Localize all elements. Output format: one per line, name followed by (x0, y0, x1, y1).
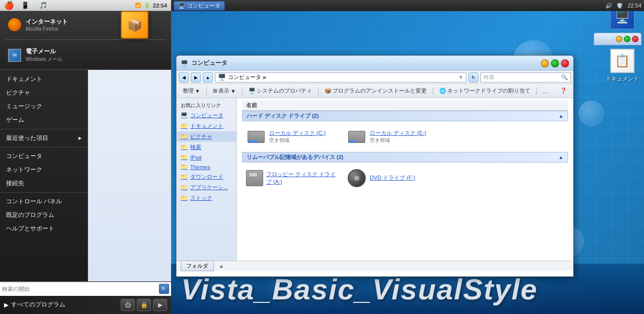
menu-item-default-programs[interactable]: 既定のプログラム (0, 208, 88, 222)
dvd-inner-ring (354, 176, 359, 181)
sidebar-link-documents[interactable]: 📁 ドキュメント (177, 121, 236, 131)
floppy-item[interactable]: フロッピー ティスク ドライブ (A:) (245, 168, 340, 188)
address-separator-icon: ▶ (263, 74, 267, 80)
power-row: ▶ すべてのプログラム ⏻ 🔒 ▶ (0, 296, 171, 314)
help-button[interactable]: ❓ (556, 87, 571, 95)
menu-item-network[interactable]: ネットワーク (0, 163, 88, 177)
taskbar-right-area: 🔊 🛡️ 22:54 (605, 3, 641, 9)
view-button[interactable]: ⊞ 表示 ▼ (209, 86, 240, 96)
floppy-body (246, 170, 263, 186)
app-item-mail[interactable]: ✉ 電子メール Windows メール (5, 46, 166, 64)
sidebar-search-icon: 📁 (181, 144, 188, 150)
status-bar: フォルダ ▲ (177, 261, 573, 271)
firefox-app-icon (8, 18, 22, 32)
column-header: 名前 (242, 101, 568, 111)
clock: 22:54 (153, 3, 167, 9)
computer-taskbar-icon: 🖥️ (178, 3, 185, 9)
menu-item-computer[interactable]: コンピュータ (0, 149, 88, 163)
menu-item-recent[interactable]: 最近使った項目 ▶ (0, 131, 88, 145)
computer-title-icon: 🖥️ (181, 60, 188, 67)
menu-divider (5, 39, 166, 40)
search-box[interactable]: 検索 🔍 (480, 72, 571, 83)
drag-icon[interactable]: 📦 (121, 11, 148, 39)
address-box[interactable]: 🖥️ コンピュータ ▶ ▼ (215, 72, 466, 83)
apple-menu-icon[interactable]: 🍎 (4, 1, 14, 10)
folder-toggle-icon[interactable]: ▲ (219, 263, 224, 269)
menu-item-connect[interactable]: 接続先 (0, 177, 88, 190)
arrow-button[interactable]: ▶ (153, 299, 167, 311)
menu-item-help[interactable]: ヘルプとサポート (0, 222, 88, 236)
small-win-minimize[interactable] (616, 36, 622, 42)
all-programs-button[interactable]: ▶ すべてのプログラム (4, 300, 119, 309)
small-win-close[interactable] (632, 36, 638, 42)
sidebar-link-downloads[interactable]: 📁 ダウンロード (177, 172, 236, 182)
sidebar-dl-icon: 📁 (181, 174, 188, 180)
start-menu: インターネット Mozilla Firefox ✉ 電子メール Windows … (0, 11, 171, 314)
organize-button[interactable]: 整理 ▼ (179, 86, 204, 96)
small-win-maximize[interactable] (624, 36, 630, 42)
folder-button[interactable]: フォルダ (181, 261, 214, 271)
taskbar-clock: 22:54 (627, 3, 641, 9)
search-button[interactable]: 🔍 (159, 284, 169, 294)
desktop-icon-document[interactable]: 📋 ドキュメント (606, 49, 639, 83)
window-addressbar: ◀ ▶ ▲ 🖥️ コンピュータ ▶ ▼ ↻ 検索 🔍 (177, 71, 573, 84)
window-minimize-btn[interactable] (541, 59, 549, 67)
win-taskbar: 🖥️ コンピュータ 🔊 🛡️ 22:54 (171, 0, 644, 11)
back-button[interactable]: ◀ (179, 72, 189, 83)
sidebar-stock-icon: 📁 (181, 195, 188, 201)
lock-button[interactable]: 🔒 (137, 299, 151, 311)
sidebar-link-ipod[interactable]: 📁 IPod (177, 152, 236, 162)
shield-icon: 🛡️ (616, 3, 623, 9)
uninstall-button[interactable]: 📦 プログラムのアンインストールと変更 (320, 86, 431, 96)
mail-icon: ✉ (8, 49, 21, 62)
taskbar-computer-button[interactable]: 🖥️ コンピュータ (174, 1, 225, 11)
sidebar-computer-icon: 🖥️ (181, 112, 188, 119)
view-icon: ⊞ (213, 88, 217, 94)
search-input[interactable] (2, 286, 159, 292)
up-button[interactable]: ▲ (203, 72, 213, 83)
search-row: 🔍 (0, 282, 171, 296)
menu-item-control-panel[interactable]: コントロール パネル (0, 195, 88, 208)
network-drive-button[interactable]: 🌐 ネットワークドライブの割り当て (435, 86, 534, 96)
sidebar-docs-icon: 📁 (181, 123, 188, 129)
dvd-item[interactable]: DVD ドライブ (F:) (345, 168, 441, 188)
drive-c-icon (246, 128, 266, 145)
menu-item-music[interactable]: ミュージック (0, 100, 88, 113)
more-button[interactable]: ... (539, 87, 551, 95)
uninstall-icon: 📦 (325, 88, 332, 94)
window-close-btn[interactable] (561, 59, 569, 67)
address-computer-icon: 🖥️ (218, 73, 226, 81)
mac-menu-item-2[interactable]: 🎵 (36, 1, 50, 10)
drive-c-item[interactable]: ローカル ディスク (C:) 空き領域 (245, 126, 340, 147)
floppy-slot (249, 172, 258, 177)
mac-menu-item[interactable]: 📱 (18, 1, 32, 10)
sidebar-link-pictures[interactable]: 📁 ピクチャ (177, 131, 236, 142)
toolbar-sep (206, 87, 207, 95)
menu-item-documents[interactable]: ドキュメント (0, 72, 88, 86)
drive-e-item[interactable]: ローカル ディスク (E:) 空き領域 (345, 126, 441, 147)
toolbar-sep-4 (433, 87, 433, 95)
system-props-button[interactable]: 🖥️ システムのプロパティ (245, 86, 316, 96)
mail-app-text: 電子メール Windows メール (26, 47, 62, 63)
power-button[interactable]: ⏻ (121, 299, 135, 311)
view-arrow-icon: ▼ (230, 88, 236, 94)
hdd-c-progress (248, 140, 258, 142)
hard-drives-header[interactable]: ハード ディスク ドライブ (2) ▲ (242, 111, 568, 121)
forward-button[interactable]: ▶ (191, 72, 201, 83)
menu-item-games[interactable]: ゲーム (0, 113, 88, 127)
sidebar-link-themes[interactable]: 📁 Themes (177, 162, 236, 172)
drive-c-info: ローカル ディスク (C:) 空き領域 (269, 129, 326, 144)
battery-icon: 🔋 (144, 3, 150, 8)
sidebar-link-apps[interactable]: 📁 アプリケーシ... (177, 182, 236, 193)
sidebar-link-computer[interactable]: 🖥️ コンピュータ (177, 110, 236, 121)
sidebar-link-search[interactable]: 📁 検索 (177, 142, 236, 152)
sidebar-link-stock[interactable]: 📁 ストック (177, 193, 236, 203)
removable-header[interactable]: リムーバブル記憶域があるデバイス (2) ▲ (242, 152, 568, 163)
document-icon: 📋 (610, 49, 634, 73)
dvd-drive-icon (347, 169, 367, 187)
menu-divider-2 (0, 129, 88, 129)
refresh-button[interactable]: ↻ (468, 72, 478, 83)
sidebar-nav: お気に入りリンク 🖥️ コンピュータ 📁 ドキュメント 📁 ピクチャ 📁 検索 … (177, 98, 237, 261)
window-maximize-btn[interactable] (551, 59, 559, 67)
menu-item-pictures[interactable]: ピクチャ (0, 86, 88, 100)
